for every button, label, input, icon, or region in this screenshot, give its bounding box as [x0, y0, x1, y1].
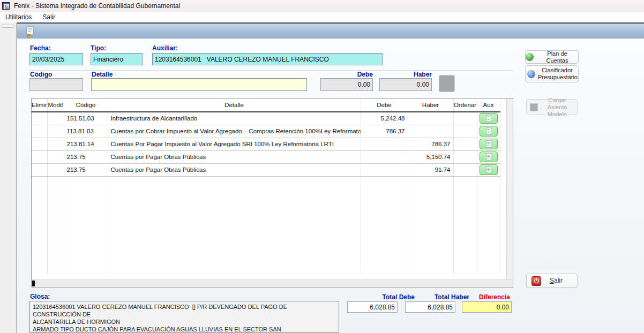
entries-table: Elimin Modif Código Detalle Debe Haber O… — [32, 99, 500, 274]
cell-codigo[interactable]: 213.75 — [64, 150, 108, 163]
main-area: Fecha: 20/03/2025 Tipo: Financiero Auxil… — [17, 22, 644, 333]
cell-modif[interactable] — [47, 163, 64, 176]
cell-elimin[interactable] — [32, 150, 47, 163]
header-haber: Haber — [408, 99, 453, 112]
fecha-label: Fecha: — [30, 44, 51, 52]
splitter-grip[interactable] — [2, 25, 14, 28]
aux-button[interactable] — [480, 113, 498, 124]
cell-debe[interactable] — [361, 176, 408, 274]
app-icon — [2, 2, 11, 10]
cell-modif[interactable] — [47, 150, 64, 163]
codigo-input[interactable] — [29, 78, 83, 91]
document-icon — [485, 115, 492, 122]
document-icon — [485, 166, 492, 173]
cell-codigo[interactable] — [64, 176, 108, 274]
cell-ordenar[interactable] — [453, 112, 477, 125]
cell-modif[interactable] — [47, 112, 64, 125]
grid-horizontal-scrollbar[interactable] — [32, 279, 513, 287]
cell-haber[interactable]: 91.74 — [408, 163, 453, 176]
cell-ordenar[interactable] — [453, 150, 477, 163]
header-debe: Debe — [361, 99, 408, 112]
total-debe-value: 6,028.85 — [347, 301, 398, 313]
cell-modif[interactable] — [47, 176, 64, 274]
cell-codigo[interactable]: 213.81.14 — [64, 138, 108, 150]
cell-debe[interactable] — [361, 138, 408, 150]
cell-elimin[interactable] — [32, 138, 47, 150]
cell-detalle[interactable]: Cuentas por Cobrar Impuesto al Valor Agr… — [108, 125, 361, 138]
tipo-input[interactable]: Financiero — [91, 53, 143, 65]
fecha-input[interactable]: 20/03/2025 — [29, 53, 83, 65]
cell-codigo[interactable]: 113.81.03 — [64, 125, 108, 138]
salir-button[interactable]: Salir — [526, 274, 578, 288]
cell-haber[interactable]: 786.37 — [408, 138, 453, 150]
cell-elimin[interactable] — [32, 125, 47, 138]
cell-elimin[interactable] — [32, 176, 47, 274]
scrollbar-thumb[interactable] — [32, 281, 35, 286]
menu-utilitarios[interactable]: Utilitarios — [0, 12, 37, 22]
aux-button[interactable] — [480, 152, 498, 162]
tipo-label: Tipo: — [91, 44, 106, 52]
cell-ordenar[interactable] — [453, 138, 477, 150]
cell-debe[interactable] — [361, 150, 408, 163]
left-splitter-panel — [0, 22, 17, 333]
auxiliar-input[interactable]: 1203164536001 VALERO CEREZO MANUEL FRANC… — [152, 53, 383, 65]
table-row[interactable]: 213.75 Cuentas por Pagar Obras Públicas … — [32, 150, 500, 163]
table-row[interactable]: 213.75 Cuentas por Pagar Obras Públicas … — [32, 163, 500, 176]
table-row[interactable]: 213.81.14 Cuentas Por Pagar Impuesto al … — [32, 138, 500, 150]
cell-detalle[interactable]: Cuentas por Pagar Obras Públicas — [108, 163, 361, 176]
cell-modif[interactable] — [47, 125, 64, 138]
title-bar: Fenix - Sistema Integrado de Contabilida… — [0, 0, 644, 12]
cell-elimin[interactable] — [32, 112, 47, 125]
cell-detalle[interactable]: Infraestructura de Alcantarillado — [108, 112, 361, 125]
auxiliar-label: Auxiliar: — [152, 44, 178, 52]
cell-debe[interactable]: 5,242.48 — [361, 112, 408, 125]
cell-detalle[interactable]: Cuentas por Pagar Obras Públicas — [108, 150, 361, 163]
cell-detalle[interactable]: Cuentas Por Pagar Impuesto al Valor Agre… — [108, 138, 361, 150]
salir-label: Salir — [550, 277, 563, 284]
plan-de-cuentas-button[interactable]: Plan de Cuentas — [525, 50, 579, 64]
detalle-input[interactable] — [91, 78, 307, 91]
content-panel: Fecha: 20/03/2025 Tipo: Financiero Auxil… — [17, 39, 644, 333]
table-row[interactable]: 151.51.03 Infraestructura de Alcantarill… — [32, 112, 500, 125]
cell-ordenar[interactable] — [453, 176, 477, 274]
aux-button[interactable] — [480, 164, 498, 175]
menu-salir[interactable]: Salir — [37, 12, 61, 22]
grid-vertical-scrollbar[interactable] — [506, 99, 513, 279]
cell-codigo[interactable]: 151.51.03 — [64, 112, 108, 125]
header-modif: Modif — [47, 99, 64, 112]
cell-debe[interactable]: 786.37 — [361, 125, 408, 138]
diferencia-label: Diferencia — [462, 293, 510, 301]
haber-input[interactable]: 0.00 — [379, 78, 432, 91]
header-detalle: Detalle — [108, 99, 361, 112]
debe-input[interactable]: 0.00 — [320, 78, 373, 91]
cell-modif[interactable] — [47, 138, 64, 150]
cell-haber[interactable] — [408, 125, 453, 138]
glosa-textarea[interactable]: 1203164536001 VALERO CEREZO MANUEL FRANC… — [29, 301, 339, 333]
app-window: Fenix - Sistema Integrado de Contabilida… — [0, 0, 644, 333]
aux-button[interactable] — [480, 139, 498, 149]
cell-elimin[interactable] — [32, 163, 47, 176]
cell-detalle[interactable] — [108, 176, 361, 274]
cell-haber[interactable] — [408, 112, 453, 125]
new-entry-button[interactable] — [24, 26, 36, 39]
haber-label: Haber — [379, 71, 432, 78]
table-row[interactable]: 113.81.03 Cuentas por Cobrar Impuesto al… — [32, 125, 500, 138]
document-icon — [485, 127, 492, 135]
header-codigo: Código — [64, 99, 108, 112]
cell-ordenar[interactable] — [453, 163, 477, 176]
cell-debe[interactable] — [361, 163, 408, 176]
clasificador-presupuestario-button[interactable]: Clasificador Presupuestario — [525, 65, 579, 82]
cargar-asiento-label: Cargar Asiento Modelo — [541, 97, 574, 118]
blue-sphere-icon — [527, 70, 535, 78]
cell-codigo[interactable]: 213.75 — [64, 163, 108, 176]
menu-bar: Utilitarios Salir — [0, 12, 644, 22]
cell-ordenar[interactable] — [453, 125, 477, 138]
add-row-button[interactable] — [439, 75, 455, 92]
header-aux: Aux — [477, 99, 500, 112]
cargar-asiento-modelo-button[interactable]: Cargar Asiento Modelo — [526, 99, 578, 115]
cell-aux — [477, 125, 500, 138]
cell-haber[interactable]: 5,150.74 — [408, 150, 453, 163]
plan-de-cuentas-label: Plan de Cuentas — [536, 50, 578, 64]
aux-button[interactable] — [480, 126, 498, 137]
cell-haber[interactable] — [408, 176, 453, 274]
